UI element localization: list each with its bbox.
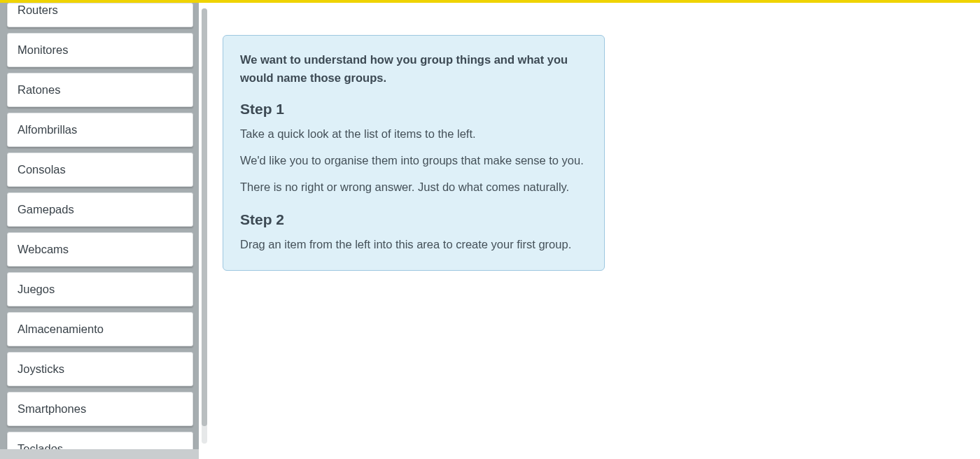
list-item[interactable]: Gamepads	[7, 192, 193, 227]
step1-heading: Step 1	[240, 101, 587, 118]
list-item-label: Alfombrillas	[18, 123, 77, 136]
list-item[interactable]: Almacenamiento	[7, 312, 193, 346]
list-item-label: Routers	[18, 3, 58, 16]
instructions-intro: We want to understand how you group thin…	[240, 51, 587, 87]
list-item-label: Ratones	[18, 83, 60, 96]
list-item[interactable]: Ratones	[7, 73, 193, 107]
list-item[interactable]: Teclados	[7, 432, 193, 451]
list-item-label: Consolas	[18, 163, 66, 176]
sidebar-footer	[0, 449, 199, 459]
list-item[interactable]: Juegos	[7, 272, 193, 306]
list-item[interactable]: Joysticks	[7, 352, 193, 386]
sidebar-wrap: Routers Monitores Ratones Alfombrillas C…	[0, 3, 199, 459]
accent-bar	[0, 0, 980, 3]
list-item-label: Gamepads	[18, 203, 74, 216]
list-item-label: Juegos	[18, 283, 55, 295]
main-scrollbar-thumb[interactable]	[202, 8, 207, 426]
step2-line1: Drag an item from the left into this are…	[240, 236, 587, 253]
list-item[interactable]: Consolas	[7, 153, 193, 187]
list-item-label: Almacenamiento	[18, 323, 104, 335]
list-item-label: Monitores	[18, 43, 68, 56]
step1-line1: Take a quick look at the list of items t…	[240, 126, 587, 143]
list-item[interactable]: Alfombrillas	[7, 113, 193, 147]
item-list-sidebar: Routers Monitores Ratones Alfombrillas C…	[0, 3, 199, 451]
list-item[interactable]: Webcams	[7, 232, 193, 267]
step1-line3: There is no right or wrong answer. Just …	[240, 179, 587, 196]
drop-area[interactable]: We want to understand how you group thin…	[210, 3, 980, 459]
list-item-label: Joysticks	[18, 362, 64, 375]
list-item[interactable]: Routers	[7, 3, 193, 27]
list-item[interactable]: Smartphones	[7, 392, 193, 426]
main-scrollbar-gutter	[199, 3, 210, 459]
step2-heading: Step 2	[240, 211, 587, 228]
list-item-label: Smartphones	[18, 402, 86, 415]
layout: Routers Monitores Ratones Alfombrillas C…	[0, 0, 980, 459]
main-scrollbar-track[interactable]	[202, 8, 207, 444]
step1-line2: We'd like you to organise them into grou…	[240, 153, 587, 169]
list-item-label: Webcams	[18, 243, 69, 255]
instructions-panel: We want to understand how you group thin…	[223, 35, 605, 271]
list-item[interactable]: Monitores	[7, 33, 193, 67]
